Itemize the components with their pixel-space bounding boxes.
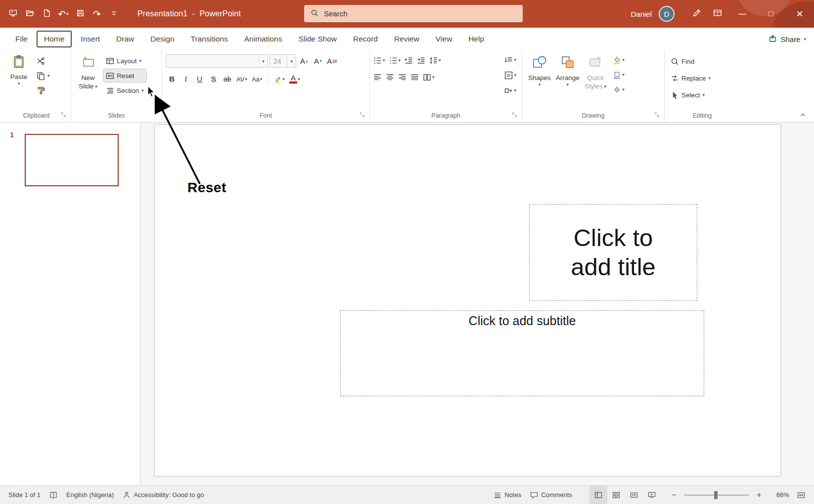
font-size-dropdown[interactable]: ▾	[287, 55, 296, 67]
notes-button[interactable]: Notes	[489, 486, 526, 504]
fit-slide-to-window-button[interactable]	[792, 486, 810, 504]
maximize-button[interactable]: □	[757, 0, 785, 28]
comments-button[interactable]: Comments	[526, 486, 577, 504]
chevron-down-icon: ▾	[514, 58, 516, 62]
undo-button[interactable]: ↶▾	[56, 5, 70, 22]
tab-view[interactable]: View	[428, 31, 459, 47]
copy-button[interactable]: ▾	[34, 69, 52, 82]
zoom-out-button[interactable]: −	[668, 491, 680, 500]
font-dialog-launcher[interactable]	[359, 112, 366, 119]
bullets-button[interactable]: ▾	[373, 55, 385, 66]
clear-formatting-button[interactable]: A	[325, 55, 338, 68]
text-shadow-button[interactable]: S	[207, 73, 220, 85]
language-button[interactable]: English (Nigeria)	[62, 486, 118, 504]
title-placeholder[interactable]: Click to add title	[529, 204, 697, 301]
replace-button[interactable]: Replace▾	[668, 72, 713, 84]
shape-effects-button[interactable]: ▾	[613, 84, 625, 95]
character-spacing-button[interactable]: AV▾	[235, 73, 249, 85]
ink-pen-button[interactable]	[686, 0, 707, 28]
reading-view-button[interactable]	[625, 486, 643, 504]
highlight-color-button[interactable]: ▾	[272, 73, 286, 85]
change-case-button[interactable]: Aa▾	[250, 73, 264, 85]
text-direction-button[interactable]: ▾	[504, 54, 516, 65]
accessibility-checker[interactable]: Accessibility: Good to go	[118, 486, 208, 504]
tab-animations[interactable]: Animations	[237, 31, 290, 47]
strikethrough-button[interactable]: ab	[221, 73, 233, 85]
bold-button[interactable]: B	[166, 73, 178, 85]
line-spacing-button[interactable]: ▾	[429, 55, 441, 66]
columns-button[interactable]: ▾	[423, 72, 435, 83]
align-right-button[interactable]	[398, 72, 407, 83]
tab-record[interactable]: Record	[346, 31, 385, 47]
tab-draw[interactable]: Draw	[109, 31, 141, 47]
minimize-button[interactable]: —	[728, 0, 757, 28]
search-box[interactable]: Search	[304, 5, 523, 22]
select-button[interactable]: Select▾	[668, 88, 713, 101]
section-button[interactable]: Section▾	[103, 84, 146, 97]
subtitle-placeholder[interactable]: Click to add subtitle	[340, 310, 704, 396]
spell-check-button[interactable]	[45, 486, 62, 504]
new-slide-button[interactable]: New Slide▾	[75, 51, 101, 91]
shape-outline-button[interactable]: ▾	[613, 69, 625, 80]
align-left-button[interactable]	[373, 72, 382, 83]
slide-show-button[interactable]	[643, 486, 661, 504]
shape-fill-button[interactable]: ▾	[613, 54, 625, 65]
tab-home[interactable]: Home	[37, 31, 72, 47]
underline-button[interactable]: U	[193, 73, 206, 85]
font-name-dropdown[interactable]: ▾	[259, 55, 268, 67]
save-button[interactable]	[73, 5, 87, 22]
zoom-slider[interactable]	[684, 495, 749, 496]
tab-design[interactable]: Design	[143, 31, 181, 47]
find-button[interactable]: Find	[668, 55, 713, 68]
avatar[interactable]: D	[659, 6, 675, 22]
justify-button[interactable]	[410, 72, 419, 83]
tab-review[interactable]: Review	[387, 31, 427, 47]
start-from-beginning-button[interactable]	[6, 5, 20, 22]
font-name-combo[interactable]: ▾	[166, 54, 268, 68]
zoom-percentage[interactable]: 66%	[769, 491, 789, 499]
align-center-button[interactable]	[386, 72, 394, 83]
paragraph-dialog-launcher[interactable]	[511, 112, 519, 119]
format-painter-button[interactable]	[34, 84, 52, 97]
tab-slide-show[interactable]: Slide Show	[291, 31, 344, 47]
cut-button[interactable]	[34, 54, 52, 67]
increase-indent-button[interactable]	[417, 55, 425, 66]
clipboard-dialog-launcher[interactable]	[60, 112, 68, 119]
reset-button[interactable]: Reset	[103, 69, 146, 82]
font-color-button[interactable]: A▾	[288, 73, 302, 85]
open-button[interactable]	[23, 5, 37, 22]
font-size-combo[interactable]: 24 ▾	[270, 54, 296, 68]
customize-qat-button[interactable]	[107, 5, 121, 22]
zoom-in-button[interactable]: +	[753, 491, 766, 500]
normal-view-button[interactable]	[589, 486, 607, 504]
close-button[interactable]: ×	[785, 0, 814, 28]
italic-button[interactable]: I	[180, 73, 192, 85]
share-button[interactable]: Share ▾	[769, 34, 806, 44]
shapes-button[interactable]: Shapes▾	[526, 51, 553, 87]
account-name[interactable]: Daniel	[631, 10, 652, 18]
slide-sorter-view-button[interactable]	[607, 486, 625, 504]
collapse-ribbon-button[interactable]	[797, 110, 808, 120]
decrease-indent-button[interactable]	[405, 55, 413, 66]
align-text-button[interactable]: ▾	[504, 70, 516, 81]
paste-button[interactable]: Paste▾	[5, 51, 32, 86]
convert-to-smartart-button[interactable]: ▾	[504, 85, 516, 96]
tab-transitions[interactable]: Transitions	[183, 31, 235, 47]
numbering-button[interactable]: ▾	[389, 55, 401, 66]
tab-file[interactable]: File	[8, 31, 35, 47]
slide-thumbnail[interactable]	[25, 134, 119, 186]
quick-styles-button[interactable]: Quick Styles▾	[582, 51, 609, 91]
slide-indicator[interactable]: Slide 1 of 1	[4, 486, 45, 504]
ribbon-display-options-button[interactable]	[707, 0, 728, 28]
drawing-dialog-launcher[interactable]	[654, 112, 661, 119]
increase-font-size-button[interactable]: A▴	[298, 55, 310, 68]
redo-button[interactable]: ↷	[90, 5, 104, 22]
tab-help[interactable]: Help	[461, 31, 492, 47]
new-file-button[interactable]	[40, 5, 53, 22]
decrease-font-size-button[interactable]: A▾	[312, 55, 324, 68]
slide-canvas[interactable]: Click to add title Click to add subtitle	[154, 125, 781, 476]
tab-insert[interactable]: Insert	[73, 31, 107, 47]
layout-button[interactable]: Layout▾	[103, 54, 146, 67]
arrange-button[interactable]: Arrange▾	[553, 51, 582, 87]
zoom-slider-thumb[interactable]	[714, 491, 718, 499]
